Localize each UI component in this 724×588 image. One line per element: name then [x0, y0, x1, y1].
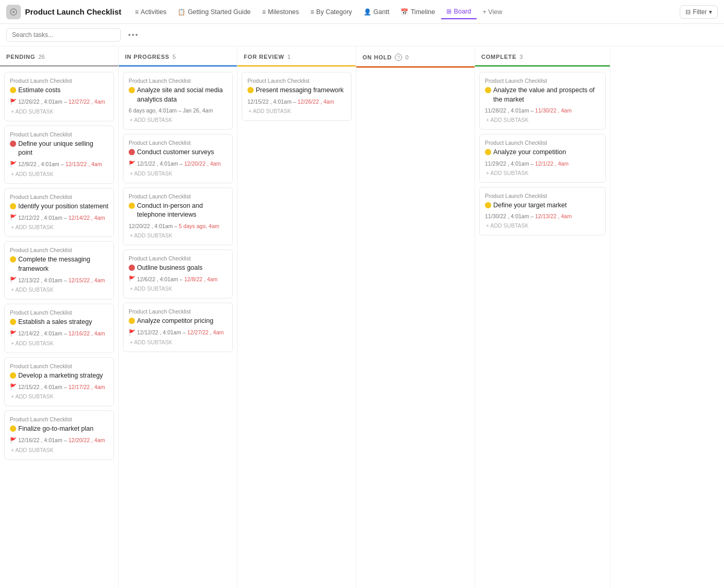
card-date: 12/15/22 , 4:01am – 12/26/22 , 4am: [247, 98, 346, 105]
card[interactable]: Product Launch Checklist Analyze your co…: [479, 134, 606, 183]
card-date: 🚩 12/12/22 , 4:01am – 12/14/22 , 4am: [10, 214, 108, 221]
card-title: Conduct customer surveys: [129, 148, 227, 157]
search-input[interactable]: [6, 28, 121, 42]
card-date: 🚩 12/16/22 , 4:01am – 12/20/22 , 4am: [10, 437, 108, 444]
card-title: Complete the messaging framework: [10, 255, 108, 273]
card-project: Product Launch Checklist: [129, 78, 227, 84]
card-title: Estimate costs: [10, 86, 108, 95]
milestones-icon: ≡: [262, 8, 266, 16]
tab-by-category[interactable]: ≡ By Category: [305, 5, 357, 19]
card-title: Analyze competitor pricing: [129, 317, 227, 326]
card-project: Product Launch Checklist: [485, 140, 600, 146]
add-subtask-button[interactable]: + ADD SUBTASK: [129, 167, 227, 178]
card[interactable]: Product Launch Checklist Present messagi…: [242, 72, 352, 121]
card-title: Conduct in-person and telephone intervie…: [129, 202, 227, 220]
tab-activities[interactable]: ≡ Activities: [130, 5, 171, 19]
card[interactable]: Product Launch Checklist Estimate costs …: [4, 72, 114, 121]
card-project: Product Launch Checklist: [10, 416, 108, 422]
column-header-in-progress: IN PROGRESS 5: [119, 46, 237, 67]
card-title: Define your unique selling point: [10, 140, 108, 158]
add-subtask-button[interactable]: + ADD SUBTASK: [10, 168, 108, 178]
card-date: 🚩 12/15/22 , 4:01am – 12/17/22 , 4am: [10, 383, 108, 390]
add-subtask-button[interactable]: + ADD SUBTASK: [247, 105, 346, 115]
status-dot: [10, 87, 16, 93]
card[interactable]: Product Launch Checklist Analyze the val…: [479, 72, 606, 130]
status-dot: [129, 203, 135, 209]
tab-getting-started[interactable]: 📋 Getting Started Guide: [172, 5, 256, 19]
card[interactable]: Product Launch Checklist Develop a marke…: [4, 357, 114, 407]
add-subtask-button[interactable]: + ADD SUBTASK: [129, 114, 227, 124]
filter-icon: ⊟: [685, 8, 691, 16]
card-date: 🚩 12/1/22 , 4:01am – 12/20/22 , 4am: [129, 160, 227, 167]
card[interactable]: Product Launch Checklist Finalize go-to-…: [4, 410, 114, 460]
add-subtask-button[interactable]: + ADD SUBTASK: [129, 336, 227, 346]
flag-icon: 🚩: [10, 98, 17, 105]
card-date: 🚩 12/26/22 , 4:01am – 12/27/22 , 4am: [10, 98, 108, 105]
card-project: Product Launch Checklist: [10, 363, 108, 369]
card[interactable]: Product Launch Checklist Establish a sal…: [4, 304, 114, 353]
column-label-pending: PENDING: [6, 54, 35, 60]
card-date: 6 days ago, 4:01am – Jan 26, 4am: [129, 107, 227, 114]
card-project: Product Launch Checklist: [129, 308, 227, 315]
column-count-in-progress: 5: [172, 54, 176, 60]
card-project: Product Launch Checklist: [485, 193, 600, 199]
column-complete: COMPLETE 3 Product Launch Checklist Anal…: [475, 46, 610, 587]
add-subtask-button[interactable]: + ADD SUBTASK: [10, 221, 108, 231]
card[interactable]: Product Launch Checklist Outline busines…: [123, 249, 233, 299]
column-pending: PENDING 26 Product Launch Checklist Esti…: [0, 46, 119, 587]
tab-milestones[interactable]: ≡ Milestones: [257, 5, 304, 19]
status-dot: [10, 256, 16, 262]
add-subtask-button[interactable]: + ADD SUBTASK: [129, 229, 227, 240]
flag-icon: 🚩: [10, 214, 17, 221]
card-title: Analyze site and social media analytics …: [129, 86, 227, 104]
card[interactable]: Product Launch Checklist Define your tar…: [479, 187, 606, 236]
card-date: 11/28/22 , 4:01am – 11/30/22 , 4am: [485, 107, 600, 114]
flag-icon: 🚩: [10, 383, 17, 390]
add-subtask-button[interactable]: + ADD SUBTASK: [10, 283, 108, 294]
column-count-for-review: 1: [288, 54, 291, 60]
card-project: Product Launch Checklist: [10, 247, 108, 253]
column-label-on-hold: ON HOLD: [363, 54, 392, 60]
flag-icon: 🚩: [129, 276, 135, 282]
card-title: Establish a sales strategy: [10, 318, 108, 327]
card[interactable]: Product Launch Checklist Conduct in-pers…: [123, 187, 233, 245]
add-subtask-button[interactable]: + ADD SUBTASK: [10, 337, 108, 347]
card-date: 🚩 12/12/22 , 4:01am – 12/27/22 , 4am: [129, 329, 227, 336]
card[interactable]: Product Launch Checklist Conduct custome…: [123, 134, 233, 183]
status-dot: [10, 319, 16, 325]
card[interactable]: Product Launch Checklist Complete the me…: [4, 241, 114, 299]
add-subtask-button[interactable]: + ADD SUBTASK: [485, 167, 600, 177]
add-subtask-button[interactable]: + ADD SUBTASK: [10, 390, 108, 401]
add-subtask-button[interactable]: + ADD SUBTASK: [10, 105, 108, 116]
card-title: Analyze the value and prospects of the m…: [485, 86, 600, 104]
tab-timeline[interactable]: 📅 Timeline: [395, 5, 440, 19]
card[interactable]: Product Launch Checklist Define your uni…: [4, 126, 114, 184]
card-project: Product Launch Checklist: [129, 193, 227, 199]
card[interactable]: Product Launch Checklist Analyze site an…: [123, 72, 233, 130]
tab-board[interactable]: ⊞ Board: [441, 5, 476, 19]
add-view-button[interactable]: + View: [478, 5, 508, 19]
timeline-icon: 📅: [401, 8, 408, 16]
column-body-for-review: Product Launch Checklist Present messagi…: [238, 67, 356, 587]
add-subtask-button[interactable]: + ADD SUBTASK: [10, 444, 108, 454]
status-dot: [485, 149, 491, 155]
more-options-icon[interactable]: •••: [125, 29, 142, 41]
tab-gantt[interactable]: 👤 Gantt: [358, 5, 395, 19]
column-label-in-progress: IN PROGRESS: [125, 54, 169, 60]
filter-chevron-icon: ▾: [709, 8, 712, 16]
card[interactable]: Product Launch Checklist Analyze competi…: [123, 303, 233, 352]
status-dot: [129, 87, 135, 93]
column-count-pending: 26: [39, 54, 45, 60]
add-subtask-button[interactable]: + ADD SUBTASK: [485, 219, 600, 230]
add-subtask-button[interactable]: + ADD SUBTASK: [485, 114, 600, 124]
status-dot: [247, 87, 254, 93]
add-subtask-button[interactable]: + ADD SUBTASK: [129, 282, 227, 293]
card[interactable]: Product Launch Checklist Identify your p…: [4, 188, 114, 237]
flag-icon: 🚩: [10, 437, 17, 444]
status-dot: [485, 87, 491, 93]
column-in-progress: IN PROGRESS 5 Product Launch Checklist A…: [119, 46, 238, 587]
card-date: 🚩 12/6/22 , 4:01am – 12/8/22 , 4am: [129, 276, 227, 282]
status-dot: [10, 141, 16, 147]
filter-button[interactable]: ⊟ Filter ▾: [680, 5, 718, 19]
info-icon: ?: [395, 54, 402, 61]
